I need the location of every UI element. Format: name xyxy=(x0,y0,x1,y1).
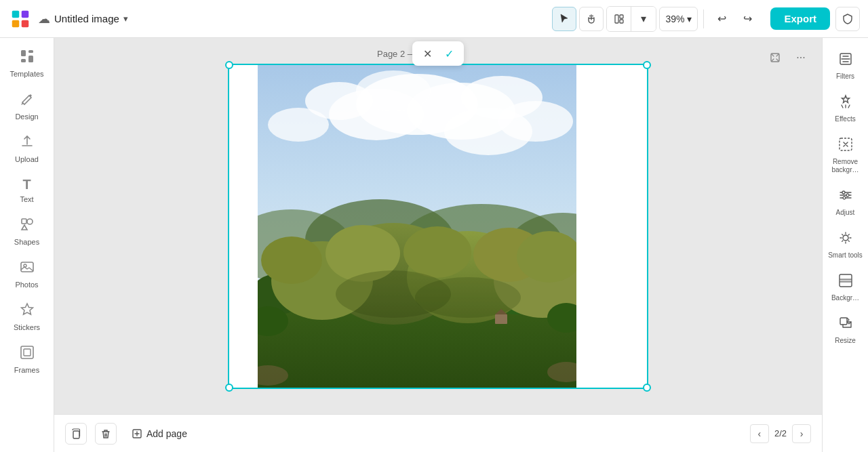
document-title[interactable]: Untitled image xyxy=(54,13,119,24)
background-icon xyxy=(838,273,853,291)
canvas-inner[interactable] xyxy=(54,38,822,414)
photos-label: Photos xyxy=(15,281,38,289)
svg-point-27 xyxy=(444,108,532,155)
sidebar-item-shapes[interactable]: Shapes xyxy=(4,211,50,251)
shapes-label: Shapes xyxy=(14,238,39,246)
svg-rect-52 xyxy=(495,314,507,324)
right-sidebar-item-resize[interactable]: Resize xyxy=(825,310,866,350)
right-sidebar-item-smart-tools[interactable]: Smart tools xyxy=(825,225,866,265)
svg-rect-8 xyxy=(28,50,33,53)
handle-top-right[interactable] xyxy=(643,61,651,69)
export-button[interactable]: Export xyxy=(770,7,830,30)
canvas-photo xyxy=(258,64,576,389)
cancel-title-button[interactable]: ✕ xyxy=(418,44,437,63)
svg-rect-7 xyxy=(21,50,26,56)
layout-button[interactable] xyxy=(607,7,631,31)
svg-rect-9 xyxy=(28,56,33,62)
shield-button[interactable] xyxy=(835,7,860,31)
svg-point-24 xyxy=(268,108,329,142)
select-tool-button[interactable] xyxy=(552,7,576,31)
canvas-more-button[interactable]: ··· xyxy=(791,47,811,68)
canvas-expand-button[interactable] xyxy=(765,47,785,68)
sidebar-item-frames[interactable]: Frames xyxy=(4,340,50,379)
filters-label: Filters xyxy=(836,73,854,81)
page-title-actions: ✕ ✓ xyxy=(412,41,464,66)
redo-button[interactable]: ↪ xyxy=(735,7,760,31)
right-sidebar-item-effects[interactable]: Effects xyxy=(825,89,866,129)
right-sidebar: Filters Effects Remove backgr… xyxy=(822,38,868,452)
undo-button[interactable]: ↩ xyxy=(709,7,734,31)
remove-bg-label: Remove backgr… xyxy=(828,158,863,174)
delete-page-button[interactable] xyxy=(95,423,117,445)
effects-label: Effects xyxy=(835,115,855,123)
handle-bottom-left[interactable] xyxy=(225,384,233,392)
app-logo[interactable] xyxy=(8,7,33,31)
resize-icon xyxy=(838,316,853,334)
layout-dropdown-button[interactable]: ▾ xyxy=(631,7,656,31)
handle-top-left[interactable] xyxy=(225,61,233,69)
right-sidebar-item-remove-bg[interactable]: Remove backgr… xyxy=(825,131,866,180)
zoom-dropdown-icon: ▾ xyxy=(687,14,692,24)
adjust-label: Adjust xyxy=(836,209,855,217)
layout-tool-group: ▾ xyxy=(606,6,656,32)
svg-point-26 xyxy=(356,70,431,111)
upload-label: Upload xyxy=(15,155,39,163)
prev-page-button[interactable]: ‹ xyxy=(750,424,769,443)
text-label: Text xyxy=(20,195,33,203)
undo-redo-group: ↩ ↪ xyxy=(709,7,760,31)
canvas-top-right-actions: ··· xyxy=(765,47,811,68)
sidebar-item-design[interactable]: Design xyxy=(4,86,50,126)
copy-page-button[interactable] xyxy=(65,423,87,445)
left-sidebar: Templates Design Upload T T xyxy=(0,38,54,452)
sidebar-item-upload[interactable]: Upload xyxy=(4,129,50,169)
svg-rect-13 xyxy=(21,262,33,272)
shapes-icon xyxy=(20,217,35,235)
add-page-label: Add page xyxy=(146,428,187,439)
sidebar-item-stickers[interactable]: Stickers xyxy=(4,297,50,337)
next-page-button[interactable]: › xyxy=(792,424,811,443)
sidebar-item-photos[interactable]: Photos xyxy=(4,254,50,294)
main-layout: Templates Design Upload T T xyxy=(0,38,868,452)
svg-rect-4 xyxy=(615,15,618,23)
upload-icon xyxy=(20,134,35,152)
effects-icon xyxy=(838,94,853,112)
smart-tools-icon xyxy=(838,230,853,249)
handle-bottom-right[interactable] xyxy=(643,384,651,392)
svg-point-48 xyxy=(261,237,322,284)
remove-bg-icon xyxy=(838,137,853,155)
title-dropdown-icon[interactable]: ▾ xyxy=(123,14,128,24)
right-sidebar-item-background[interactable]: Backgr… xyxy=(825,268,866,308)
svg-point-63 xyxy=(846,194,849,197)
svg-rect-11 xyxy=(22,219,26,224)
smart-tools-label: Smart tools xyxy=(828,251,863,260)
svg-rect-5 xyxy=(620,15,623,18)
filters-icon xyxy=(838,52,853,70)
adjust-icon xyxy=(838,188,853,206)
stickers-icon xyxy=(20,302,35,321)
zoom-control[interactable]: 39% ▾ xyxy=(659,7,698,31)
page-label: Page 2 – xyxy=(377,49,412,59)
design-canvas[interactable] xyxy=(228,64,648,389)
svg-point-65 xyxy=(843,235,848,241)
bottom-bar: Add page ‹ 2/2 › xyxy=(54,414,822,452)
confirm-title-button[interactable]: ✓ xyxy=(439,44,458,63)
resize-label: Resize xyxy=(835,337,856,345)
svg-rect-0 xyxy=(12,10,20,18)
svg-point-12 xyxy=(27,219,33,224)
templates-label: Templates xyxy=(9,70,43,78)
right-sidebar-item-filters[interactable]: Filters xyxy=(825,46,866,86)
svg-rect-58 xyxy=(73,431,79,438)
topbar: ☁ Untitled image ▾ ▾ xyxy=(0,0,868,38)
sidebar-item-text[interactable]: T Text xyxy=(4,171,50,209)
add-page-button[interactable]: Add page xyxy=(125,424,194,443)
sidebar-item-templates[interactable]: Templates xyxy=(4,43,50,83)
svg-rect-1 xyxy=(22,10,29,18)
canvas-area: Page 2 – ✕ ✓ ··· xyxy=(54,38,822,452)
right-sidebar-item-adjust[interactable]: Adjust xyxy=(825,182,866,222)
background-label: Backgr… xyxy=(831,294,859,302)
pan-tool-button[interactable] xyxy=(579,7,604,31)
svg-point-46 xyxy=(403,226,471,278)
svg-point-51 xyxy=(415,277,521,318)
svg-rect-2 xyxy=(12,20,20,27)
design-icon xyxy=(20,91,35,110)
